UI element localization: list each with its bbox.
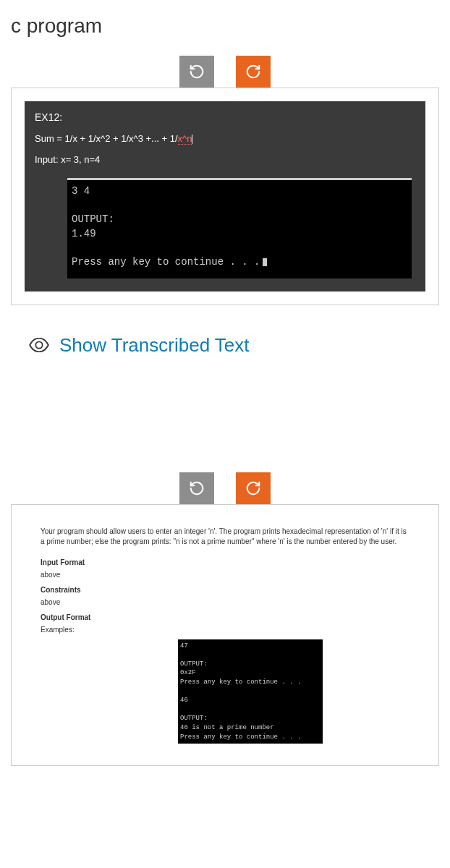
svg-point-0 bbox=[35, 341, 42, 348]
console-window-1: 3 4 OUTPUT: 1.49 Press any key to contin… bbox=[67, 178, 412, 278]
rotate-left-icon bbox=[189, 480, 205, 496]
constraints-text: above bbox=[41, 598, 409, 606]
input-format-text: above bbox=[41, 571, 409, 579]
exercise-content: EX12: Sum = 1/x + 1/x^2 + 1/x^3 +... + 1… bbox=[25, 101, 425, 292]
text-cursor bbox=[192, 135, 192, 144]
rotate-right-icon bbox=[245, 64, 261, 80]
page-title: c program bbox=[0, 0, 450, 56]
exercise-panel-1: EX12: Sum = 1/x + 1/x^2 + 1/x^3 +... + 1… bbox=[11, 88, 439, 305]
exercise-title: EX12: bbox=[35, 111, 415, 123]
button-row-1 bbox=[0, 56, 450, 88]
eye-icon bbox=[29, 338, 49, 352]
constraints-label: Constraints bbox=[41, 586, 409, 594]
exercise-input-label: Input: x= 3, n=4 bbox=[35, 154, 415, 165]
rotate-left-icon bbox=[189, 64, 205, 80]
exercise-panel-2: Your program should allow users to enter… bbox=[11, 504, 439, 767]
console-output-1: 3 4 OUTPUT: 1.49 Press any key to contin… bbox=[67, 180, 412, 278]
formula-underlined: x^n bbox=[178, 133, 192, 145]
formula-main: Sum = 1/x + 1/x^2 + 1/x^3 +... + 1/ bbox=[35, 133, 178, 144]
rotate-right-button-2[interactable] bbox=[236, 472, 271, 504]
problem-description: Your program should allow users to enter… bbox=[41, 527, 409, 547]
examples-label: Examples: bbox=[41, 626, 409, 634]
rotate-left-button-2[interactable] bbox=[179, 472, 214, 504]
button-row-2 bbox=[0, 472, 450, 504]
show-transcribed-text: Show Transcribed Text bbox=[59, 334, 250, 357]
exercise-formula: Sum = 1/x + 1/x^2 + 1/x^3 +... + 1/x^n bbox=[35, 133, 415, 144]
rotate-right-icon bbox=[245, 480, 261, 496]
console-output-2: 47 OUTPUT: 0x2F Press any key to continu… bbox=[178, 639, 323, 744]
console-cursor bbox=[263, 258, 267, 266]
rotate-left-button[interactable] bbox=[179, 56, 214, 88]
rotate-right-button[interactable] bbox=[236, 56, 271, 88]
show-transcribed-row[interactable]: Show Transcribed Text bbox=[29, 334, 450, 357]
output-format-label: Output Format bbox=[41, 613, 409, 621]
input-format-label: Input Format bbox=[41, 558, 409, 566]
